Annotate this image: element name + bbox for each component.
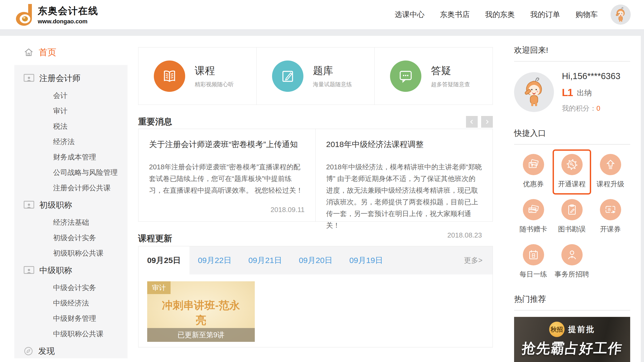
user-avatar[interactable] xyxy=(611,5,631,25)
sidebar-group-cpa[interactable]: 注册会计师 xyxy=(14,69,128,88)
home-icon xyxy=(23,47,34,58)
level-title: 出纳 xyxy=(577,88,592,98)
logo-mark-icon xyxy=(14,3,34,26)
feature-title: 题库 xyxy=(313,64,352,77)
nav-bookstore[interactable]: 东奥书店 xyxy=(440,10,470,20)
sidebar-group-label: 注册会计师 xyxy=(39,73,80,84)
feature-subtitle: 超多答疑随意查 xyxy=(431,81,470,88)
quick-label: 开通课程 xyxy=(558,179,586,189)
sidebar-item-zhanlve[interactable]: 公司战略与风险管理 xyxy=(14,165,128,180)
sidebar-menu: 注册会计师 会计 审计 税法 经济法 财务成本管理 公司战略与风险管理 注册会计… xyxy=(14,65,128,358)
user-greeting: Hi,156****6363 xyxy=(562,71,620,81)
news-prev-button[interactable] xyxy=(466,116,478,128)
nav-my-orders[interactable]: 我的订单 xyxy=(530,10,560,20)
sidebar-group-intermediate[interactable]: 中级职称 xyxy=(14,261,128,280)
news-date: 2018.09.11 xyxy=(149,206,305,214)
news-body: 2018年注册会计师逆袭班“密卷模考”直播课程的配套试卷已陆续上传，您可在“题库… xyxy=(149,161,305,196)
feature-title: 答疑 xyxy=(431,64,470,77)
news-next-button[interactable] xyxy=(481,116,493,128)
sidebar-group-discover[interactable]: 发现 xyxy=(14,342,128,358)
banner-badge: 秋招 xyxy=(549,322,565,337)
sidebar-item-shenji[interactable]: 审计 xyxy=(14,103,128,119)
tab-date-0920[interactable]: 09月20日 xyxy=(290,246,341,274)
promo-banner[interactable]: 秋招 提前批 抢先霸占好工作 xyxy=(514,317,630,362)
sidebar-item-kuaiji[interactable]: 会计 xyxy=(14,88,128,103)
feature-card-qa[interactable]: 答疑 超多答疑随意查 xyxy=(374,48,493,105)
quick-label: 优惠券 xyxy=(523,179,544,189)
feature-card-question-bank[interactable]: 题库 海量试题随意练 xyxy=(256,48,375,105)
quick-access-grid: ¥ 优惠券 开通课程 xyxy=(514,149,630,285)
compass-icon xyxy=(23,346,33,356)
news-section-head: 重要消息 xyxy=(138,116,493,128)
logo-title: 东奥会计在线 xyxy=(38,5,98,18)
quick-firm-recruiting[interactable]: 事务所招聘 xyxy=(553,240,591,285)
quick-book-errata[interactable]: 图书勘误 xyxy=(553,195,591,240)
sidebar-item-chuji-public[interactable]: 初级职称公共课 xyxy=(14,245,128,261)
news-item[interactable]: 关于注册会计师逆袭班“密卷模考”上传通知 2018年注册会计师逆袭班“密卷模考”… xyxy=(138,129,316,221)
news-item[interactable]: 2018年中级经济法课程调整 2018年中级经济法，模考精讲班中的主讲老师“郑晓… xyxy=(316,129,493,221)
tab-more-link[interactable]: 更多> xyxy=(464,246,493,274)
calendar-icon xyxy=(523,244,544,265)
sidebar-item-jjf-jichu[interactable]: 经济法基础 xyxy=(14,215,128,230)
sidebar-item-zhongji-public[interactable]: 中级职称公共课 xyxy=(14,326,128,342)
feature-card-courses[interactable]: 课程 精彩视频随心听 xyxy=(138,48,256,105)
sidebar-group-junior[interactable]: 初级职称 xyxy=(14,196,128,215)
sidebar-item-zhongji-jjf[interactable]: 中级经济法 xyxy=(14,295,128,311)
sidebar-item-zhongji-caiwu[interactable]: 中级财务管理 xyxy=(14,311,128,326)
pencil-square-icon xyxy=(272,61,303,92)
sidebar-group-label: 中级职称 xyxy=(39,265,72,276)
voucher-cursor-icon: 券 xyxy=(600,199,621,220)
sidebar-group-label: 发现 xyxy=(38,346,55,357)
quick-label: 课程升级 xyxy=(597,179,624,189)
nav-my-dongao[interactable]: 我的东奥 xyxy=(485,10,515,20)
sidebar-item-caiwu[interactable]: 财务成本管理 xyxy=(14,149,128,165)
clipboard-pencil-icon xyxy=(561,199,583,220)
sidebar-item-shuifa[interactable]: 税法 xyxy=(14,119,128,134)
course-card[interactable]: 审计 冲刺串讲班-范永亮 已更新至第9讲 xyxy=(147,281,255,342)
sidebar-item-home[interactable]: 首页 xyxy=(14,40,128,65)
sidebar-item-jingjifa[interactable]: 经济法 xyxy=(14,134,128,149)
welcome-heading: 欢迎回来! xyxy=(514,45,630,62)
quick-daily-practice[interactable]: 每日一练 xyxy=(514,240,553,285)
sidebar-item-chuji-shiwu[interactable]: 初级会计实务 xyxy=(14,230,128,245)
profile-avatar xyxy=(514,72,554,112)
tab-date-0921[interactable]: 09月21日 xyxy=(240,246,290,274)
tab-date-0925[interactable]: 09月25日 xyxy=(138,246,189,274)
coupon-icon: ¥ xyxy=(523,154,544,175)
sidebar-item-zhongji-shiwu[interactable]: 中级会计实务 xyxy=(14,280,128,295)
gift-cards-icon xyxy=(523,199,544,220)
page-background-gap xyxy=(0,29,644,36)
sidebar-item-cpa-public[interactable]: 注册会计师公共课 xyxy=(14,180,128,196)
main-content: 课程 精彩视频随心听 题库 海量试题随意练 xyxy=(138,36,493,347)
quick-activate-course[interactable]: 开通课程 xyxy=(553,149,591,195)
quick-access-heading: 快捷入口 xyxy=(514,128,630,145)
quick-label: 开课券 xyxy=(600,225,621,234)
left-sidebar: 首页 注册会计师 会计 审计 税法 经济法 财务成本管理 公司战略与风险管理 注… xyxy=(14,40,128,358)
level-badge: L1 xyxy=(562,87,573,98)
date-tab-bar: 09月25日 09月22日 09月21日 09月20日 09月19日 更多> xyxy=(138,246,493,274)
lecturer-icon xyxy=(23,266,35,275)
quick-label: 事务所招聘 xyxy=(555,270,589,279)
quick-coupons[interactable]: ¥ 优惠券 xyxy=(514,149,553,195)
updates-card: 09月25日 09月22日 09月21日 09月20日 09月19日 更多> 审… xyxy=(138,246,493,347)
tab-date-0922[interactable]: 09月22日 xyxy=(189,246,240,274)
banner-tag: 提前批 xyxy=(568,324,595,335)
quick-label: 图书勘误 xyxy=(558,225,586,234)
nav-cart[interactable]: 购物车 xyxy=(575,10,598,20)
updates-heading: 课程更新 xyxy=(138,233,172,244)
chevron-right-icon xyxy=(484,119,490,125)
banner-title: 抢先霸占好工作 xyxy=(514,339,630,358)
quick-course-upgrade[interactable]: 课程升级 xyxy=(591,149,630,195)
quick-class-voucher[interactable]: 券 开课券 xyxy=(591,195,630,240)
nav-course-center[interactable]: 选课中心 xyxy=(395,10,425,20)
feature-subtitle: 精彩视频随心听 xyxy=(195,81,234,88)
tab-date-0919[interactable]: 09月19日 xyxy=(341,246,391,274)
quick-book-card[interactable]: 随书赠卡 xyxy=(514,195,553,240)
chat-bubble-icon xyxy=(390,61,421,92)
sidebar-home-label: 首页 xyxy=(39,46,56,58)
points-label: 我的积分： xyxy=(562,104,596,112)
sidebar-group-label: 初级职称 xyxy=(39,200,72,211)
news-title: 关于注册会计师逆袭班“密卷模考”上传通知 xyxy=(149,139,305,150)
feature-subtitle: 海量试题随意练 xyxy=(313,81,352,88)
site-logo[interactable]: 东奥会计在线 www.dongao.com xyxy=(14,3,98,26)
